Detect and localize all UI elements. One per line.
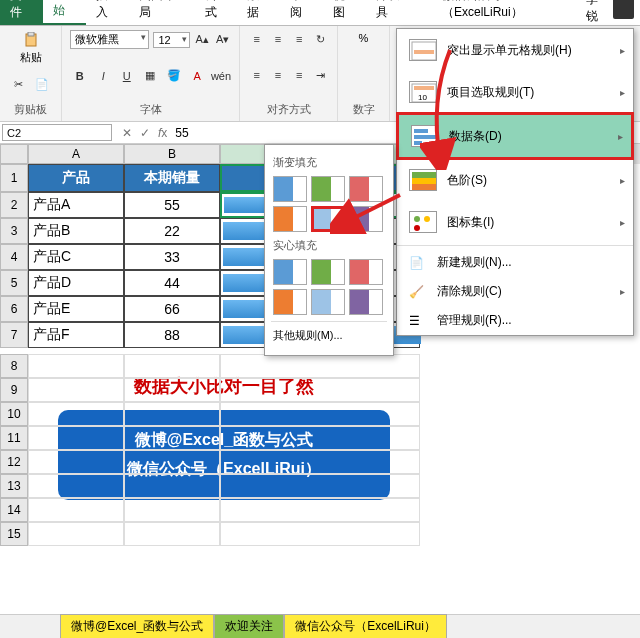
orientation-icon[interactable]: ↻ xyxy=(312,30,329,48)
svg-rect-16 xyxy=(412,184,436,190)
group-clipboard: 剪贴板 xyxy=(8,102,53,119)
cell-product[interactable]: 产品F xyxy=(28,322,124,348)
shrink-font-icon[interactable]: A▾ xyxy=(214,31,231,49)
cell-product[interactable]: 产品A xyxy=(28,192,124,218)
copy-icon[interactable]: 📄 xyxy=(32,76,52,94)
row-header[interactable]: 5 xyxy=(0,270,28,296)
tab-home[interactable]: 开始 xyxy=(43,0,86,25)
tab-formula[interactable]: 公式 xyxy=(195,0,238,25)
row-header[interactable]: 11 xyxy=(0,426,28,450)
user-area[interactable]: 李锐 xyxy=(586,0,640,25)
cell-product[interactable]: 产品B xyxy=(28,218,124,244)
group-number: 数字 xyxy=(346,102,381,119)
cancel-icon[interactable]: ✕ xyxy=(122,126,132,140)
fx-icon[interactable]: fx xyxy=(158,126,167,140)
align-top-icon[interactable]: ≡ xyxy=(248,30,265,48)
cf-manage-rules[interactable]: ☰管理规则(R)... xyxy=(397,306,633,335)
font-name[interactable]: 微软雅黑 xyxy=(70,30,149,49)
sheet-tab-2[interactable]: 欢迎关注 xyxy=(214,614,284,638)
row-header[interactable]: 3 xyxy=(0,218,28,244)
chevron-right-icon: ▸ xyxy=(618,131,623,142)
svg-rect-14 xyxy=(412,172,436,178)
cf-icon-sets[interactable]: 图标集(I)▸ xyxy=(397,201,633,243)
cell-product[interactable]: 产品D xyxy=(28,270,124,296)
data-bars-submenu: 渐变填充 实心填充 其他规则(M)... xyxy=(264,144,394,356)
align-right-icon[interactable]: ≡ xyxy=(291,66,308,84)
tab-insert[interactable]: 插入 xyxy=(86,0,129,25)
underline-button[interactable]: U xyxy=(117,67,137,85)
row-header[interactable]: 1 xyxy=(0,164,28,192)
tab-file[interactable]: 文件 xyxy=(0,0,43,25)
databar-blue-gradient[interactable] xyxy=(273,176,307,202)
cell-qty[interactable]: 33 xyxy=(124,244,220,270)
row-header[interactable]: 2 xyxy=(0,192,28,218)
row-header[interactable]: 9 xyxy=(0,378,28,402)
indent-icon[interactable]: ⇥ xyxy=(312,66,329,84)
group-align: 对齐方式 xyxy=(248,102,329,119)
cell-product[interactable]: 产品E xyxy=(28,296,124,322)
databar-orange-solid[interactable] xyxy=(273,289,307,315)
row-header[interactable]: 15 xyxy=(0,522,28,546)
align-bot-icon[interactable]: ≡ xyxy=(291,30,308,48)
cell-qty[interactable]: 88 xyxy=(124,322,220,348)
cell-qty[interactable]: 66 xyxy=(124,296,220,322)
more-rules[interactable]: 其他规则(M)... xyxy=(271,321,387,349)
sheet-tab-1[interactable]: 微博@Excel_函数与公式 xyxy=(60,614,214,638)
chevron-right-icon: ▸ xyxy=(620,217,625,228)
databar-red-solid[interactable] xyxy=(349,259,383,285)
databar-orange-gradient[interactable] xyxy=(273,206,307,232)
tab-view[interactable]: 视图 xyxy=(323,0,366,25)
chevron-right-icon: ▸ xyxy=(620,87,625,98)
sheet-tab-3[interactable]: 微信公众号（ExcelLiRui） xyxy=(284,614,447,638)
font-color-button[interactable]: A xyxy=(188,67,208,85)
tab-layout[interactable]: 页面布局 xyxy=(129,0,195,25)
align-center-icon[interactable]: ≡ xyxy=(269,66,286,84)
chevron-right-icon: ▸ xyxy=(620,286,625,297)
align-mid-icon[interactable]: ≡ xyxy=(269,30,286,48)
row-header[interactable]: 6 xyxy=(0,296,28,322)
border-button[interactable]: ▦ xyxy=(141,67,161,85)
name-box[interactable]: C2 xyxy=(2,124,112,141)
grow-font-icon[interactable]: A▴ xyxy=(194,31,211,49)
row-header[interactable]: 8 xyxy=(0,354,28,378)
cell-qty[interactable]: 44 xyxy=(124,270,220,296)
cf-new-rule[interactable]: 📄新建规则(N)... xyxy=(397,248,633,277)
databar-lightblue-solid[interactable] xyxy=(311,289,345,315)
svg-point-19 xyxy=(414,225,420,231)
row-header[interactable]: 12 xyxy=(0,450,28,474)
col-A[interactable]: A xyxy=(28,144,124,164)
tab-dev[interactable]: 开发工具 xyxy=(366,0,432,25)
formula-value[interactable]: 55 xyxy=(175,126,188,140)
chevron-right-icon: ▸ xyxy=(620,45,625,56)
databar-purple-solid[interactable] xyxy=(349,289,383,315)
header-qty[interactable]: 本期销量 xyxy=(124,164,220,192)
select-all-corner[interactable] xyxy=(0,144,28,164)
enter-icon[interactable]: ✓ xyxy=(140,126,150,140)
paste-button[interactable]: 粘贴 xyxy=(8,30,53,67)
tab-wechat[interactable]: 微信公众号（ExcelLiRui） xyxy=(432,0,586,25)
row-header[interactable]: 7 xyxy=(0,322,28,348)
cell-qty[interactable]: 55 xyxy=(124,192,220,218)
italic-button[interactable]: I xyxy=(94,67,114,85)
row-header[interactable]: 13 xyxy=(0,474,28,498)
row-header[interactable]: 4 xyxy=(0,244,28,270)
fill-color-button[interactable]: 🪣 xyxy=(164,67,184,85)
col-B[interactable]: B xyxy=(124,144,220,164)
svg-point-17 xyxy=(414,216,420,222)
cell-product[interactable]: 产品C xyxy=(28,244,124,270)
tab-data[interactable]: 数据 xyxy=(237,0,280,25)
align-left-icon[interactable]: ≡ xyxy=(248,66,265,84)
databar-blue-solid[interactable] xyxy=(273,259,307,285)
font-size[interactable]: 12 xyxy=(153,32,190,48)
cf-clear-rules[interactable]: 🧹清除规则(C)▸ xyxy=(397,277,633,306)
bold-button[interactable]: B xyxy=(70,67,90,85)
phonetic-button[interactable]: wén xyxy=(211,67,231,85)
tab-review[interactable]: 审阅 xyxy=(280,0,323,25)
number-format[interactable]: % xyxy=(346,30,381,46)
header-product[interactable]: 产品 xyxy=(28,164,124,192)
row-header[interactable]: 10 xyxy=(0,402,28,426)
cut-icon[interactable]: ✂ xyxy=(8,76,28,94)
row-header[interactable]: 14 xyxy=(0,498,28,522)
cell-qty[interactable]: 22 xyxy=(124,218,220,244)
databar-green-solid[interactable] xyxy=(311,259,345,285)
